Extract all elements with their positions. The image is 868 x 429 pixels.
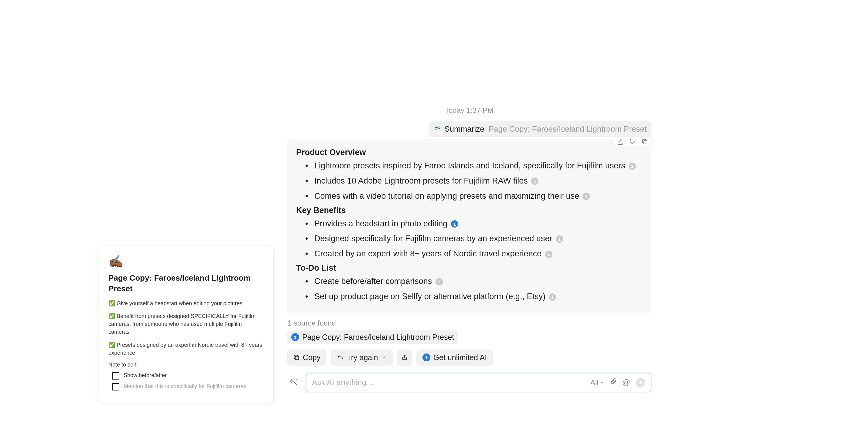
prompt-context: Page Copy: Faroes/Iceland Lightroom Pres…: [489, 124, 647, 134]
copy-label: Copy: [303, 353, 320, 362]
todo-label: Mention that this is specifically for Fu…: [124, 383, 246, 390]
bullet-list: Lightroom presets inspired by Faroe Isla…: [296, 160, 642, 203]
citation-badge[interactable]: 1: [436, 278, 443, 286]
source-number-badge: 1: [291, 333, 299, 341]
citation-badge[interactable]: 1: [451, 220, 458, 228]
input-row: Ask AI anything… All @: [287, 373, 651, 392]
arrow-up-icon: [638, 380, 643, 385]
citation-badge[interactable]: 1: [549, 293, 556, 301]
citation-badge[interactable]: 1: [583, 193, 590, 200]
ai-panel: Today 1:37 PM Summarize Page Copy: Faroe…: [287, 106, 651, 392]
mention-button[interactable]: @: [622, 378, 630, 387]
paperclip-icon: [610, 378, 617, 385]
list-item: Provides a headstart in photo editing 1: [296, 218, 642, 230]
citation-badge[interactable]: 1: [556, 235, 563, 243]
page-emoji: ✍🏾: [108, 254, 264, 268]
citation-badge[interactable]: 1: [545, 251, 553, 258]
retry-icon: [337, 354, 343, 361]
svg-rect-0: [618, 141, 619, 144]
chevron-down-icon: [600, 381, 604, 385]
list-text: Provides a headstart in photo editing: [314, 219, 447, 228]
try-again-button[interactable]: Try again: [331, 350, 393, 366]
copy-icon: [293, 354, 300, 361]
source-preview-card: ✍🏾 Page Copy: Faroes/Iceland Lightroom P…: [99, 246, 273, 403]
upgrade-icon: [423, 354, 430, 361]
list-item: Designed specifically for Fujifilm camer…: [296, 232, 642, 245]
bullet-list: Create before/after comparisons 1 Set up…: [296, 275, 642, 303]
todo-item[interactable]: Mention that this is specifically for Fu…: [112, 383, 264, 391]
list-item: Lightroom presets inspired by Faroe Isla…: [296, 160, 642, 172]
prompt-action: Summarize: [444, 124, 484, 134]
scope-label: All: [590, 378, 599, 387]
list-text: Comes with a video tutorial on applying …: [314, 192, 579, 201]
list-text: Created by an expert with 8+ years of No…: [314, 249, 541, 258]
checkbox-icon[interactable]: [112, 372, 119, 380]
benefit-line: ✅ Benefit from presets designed SPECIFIC…: [108, 312, 264, 336]
timestamp: Today 1:37 PM: [287, 106, 651, 115]
upgrade-button[interactable]: Get unlimited AI: [416, 350, 493, 366]
page-title: Page Copy: Faroes/Iceland Lightroom Pres…: [108, 273, 264, 294]
try-again-label: Try again: [346, 353, 378, 362]
share-button[interactable]: [397, 350, 412, 366]
list-text: Lightroom presets inspired by Faroe Isla…: [314, 161, 625, 170]
list-text: Set up product page on Sellfy or alterna…: [314, 292, 546, 301]
section-heading: Key Benefits: [296, 206, 642, 215]
wand-icon: [289, 378, 298, 387]
summarize-icon: [434, 126, 441, 133]
user-prompt-pill[interactable]: Summarize Page Copy: Faroes/Iceland Ligh…: [429, 121, 651, 137]
svg-rect-3: [295, 357, 299, 360]
benefit-line: ✅ Presets designed by an expert in Nordi…: [108, 341, 264, 357]
thumbs-down-icon[interactable]: [629, 138, 636, 145]
ai-response-card: Product Overview Lightroom presets inspi…: [287, 139, 651, 314]
checkbox-icon[interactable]: [112, 383, 119, 391]
list-text: Create before/after comparisons: [314, 277, 432, 286]
list-item: Create before/after comparisons 1: [296, 275, 642, 288]
list-item: Comes with a video tutorial on applying …: [296, 190, 642, 203]
copy-button[interactable]: Copy: [287, 350, 327, 366]
feedback-bar: [614, 136, 651, 147]
benefit-line: ✅ Give yourself a headstart when editing…: [108, 299, 264, 307]
citation-badge[interactable]: 1: [629, 163, 636, 170]
list-item: Includes 10 Adobe Lightroom presets for …: [296, 175, 642, 188]
list-text: Designed specifically for Fujifilm camer…: [314, 234, 552, 243]
svg-rect-1: [634, 139, 636, 142]
section-heading: To-Do List: [296, 263, 642, 273]
ask-ai-input[interactable]: Ask AI anything… All @: [306, 373, 651, 392]
chevron-down-icon: [382, 355, 386, 360]
scope-selector[interactable]: All: [590, 378, 604, 387]
source-pill[interactable]: 1 Page Copy: Faroes/Iceland Lightroom Pr…: [287, 330, 458, 344]
thumbs-up-icon[interactable]: [617, 138, 624, 145]
input-placeholder: Ask AI anything…: [312, 378, 590, 387]
ai-wand-button[interactable]: [287, 376, 300, 389]
input-controls: All @: [590, 378, 645, 388]
upgrade-label: Get unlimited AI: [433, 353, 487, 362]
section-heading: Product Overview: [296, 148, 642, 157]
note-to-self-label: Note to self:: [108, 362, 264, 368]
todo-label: Show before/after: [124, 372, 167, 379]
send-button[interactable]: [636, 378, 645, 388]
sources-count: 1 source found: [288, 319, 651, 327]
source-title: Page Copy: Faroes/Iceland Lightroom Pres…: [302, 333, 454, 342]
share-icon: [401, 354, 408, 361]
list-item: Created by an expert with 8+ years of No…: [296, 248, 642, 260]
todo-item[interactable]: Show before/after: [112, 372, 264, 380]
attach-button[interactable]: [610, 378, 617, 387]
actions-row: Copy Try again Get unlimited AI: [287, 350, 651, 366]
list-item: Set up product page on Sellfy or alterna…: [296, 290, 642, 303]
copy-icon[interactable]: [642, 138, 648, 145]
svg-rect-2: [644, 140, 647, 144]
bullet-list: Provides a headstart in photo editing 1 …: [296, 218, 642, 261]
user-prompt-row: Summarize Page Copy: Faroes/Iceland Ligh…: [287, 121, 651, 137]
list-text: Includes 10 Adobe Lightroom presets for …: [314, 176, 528, 186]
citation-badge[interactable]: 1: [531, 177, 538, 185]
